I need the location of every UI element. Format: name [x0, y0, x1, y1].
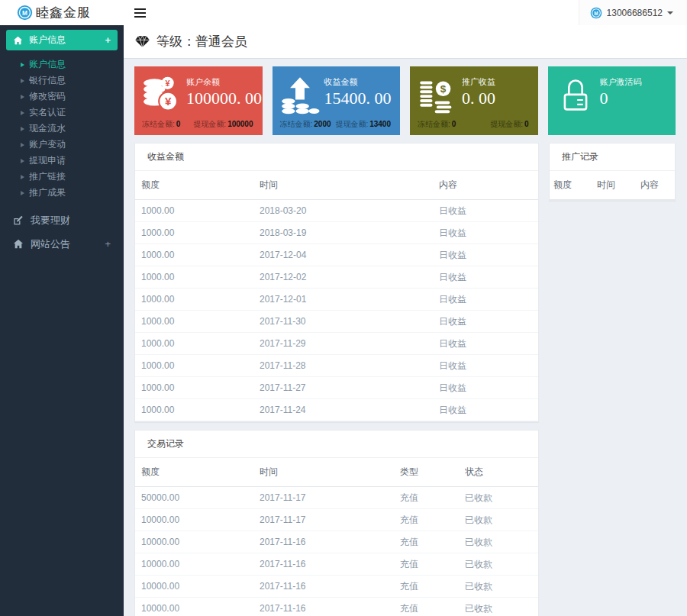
- sidebar-toggle-button[interactable]: [128, 0, 151, 25]
- table-cell: 2017-11-30: [253, 311, 433, 333]
- table-cell: 2017-11-27: [253, 377, 433, 399]
- table-cell: 充值: [394, 553, 459, 576]
- card-title: 收益金额: [324, 76, 392, 88]
- sidebar-section-label: 我要理财: [31, 214, 70, 227]
- diamond-icon: [134, 35, 150, 48]
- activation-code-card: 账户激活码 0: [548, 66, 676, 135]
- svg-text:¥: ¥: [166, 79, 170, 88]
- withdraw-label: 提现金额:: [335, 120, 368, 128]
- user-avatar-icon: M: [590, 7, 602, 19]
- table-row: 1000.002017-11-27日收益: [135, 377, 538, 399]
- table-cell: 已收款: [459, 509, 538, 531]
- income-panel: 收益金额 额度 时间 内容 1000.002018-03-20日收益1000.0…: [134, 143, 539, 422]
- column-header: 时间: [253, 171, 433, 200]
- table-cell: 充值: [394, 598, 459, 616]
- frozen-label: 冻结金额:: [280, 120, 313, 128]
- sidebar-section-label: 网站公告: [31, 237, 70, 251]
- frozen-label: 冻结金额:: [142, 120, 175, 128]
- table-cell: 充值: [394, 576, 459, 598]
- table-row: 1000.002018-03-20日收益: [135, 200, 538, 222]
- table-cell: 2017-11-17: [253, 487, 394, 509]
- table-cell: 日收益: [433, 200, 538, 222]
- main-content: 等级：普通会员 ¥ ¥: [124, 25, 687, 616]
- svg-text:$: $: [440, 83, 447, 95]
- sidebar-item-withdraw-request[interactable]: 提现申请: [0, 153, 124, 169]
- table-row: 10000.002017-11-16充值已收款: [135, 553, 538, 576]
- frozen-label: 冻结金额:: [418, 120, 450, 128]
- user-menu[interactable]: M 13006686512: [579, 0, 687, 25]
- svg-text:¥: ¥: [165, 95, 172, 108]
- income-table: 额度 时间 内容 1000.002018-03-20日收益1000.002018…: [135, 171, 538, 421]
- table-cell: 2017-12-02: [253, 266, 433, 289]
- plus-icon: +: [105, 34, 111, 46]
- table-cell: 日收益: [433, 377, 538, 399]
- column-header: 状态: [459, 458, 538, 487]
- table-cell: 已收款: [459, 531, 538, 553]
- frozen-value: 2000: [314, 120, 331, 128]
- table-row: 1000.002017-11-29日收益: [135, 333, 538, 355]
- table-cell: 2017-11-16: [253, 531, 394, 553]
- sidebar-item-change-password[interactable]: 修改密码: [0, 89, 124, 105]
- logo-link[interactable]: M 睦鑫金服: [0, 0, 124, 25]
- svg-text:M: M: [594, 10, 598, 15]
- table-cell: 1000.00: [135, 289, 253, 311]
- table-cell: 50000.00: [135, 487, 253, 509]
- sidebar-item-cash-flow[interactable]: 现金流水: [0, 121, 124, 137]
- table-row: 10000.002017-11-16充值已收款: [135, 598, 538, 616]
- table-cell: 1000.00: [135, 355, 253, 377]
- sidebar-item-account-info[interactable]: 账户信息: [0, 56, 124, 73]
- table-cell: 充值: [394, 487, 459, 509]
- sidebar-section-invest[interactable]: 我要理财: [0, 210, 124, 231]
- hamburger-icon: [134, 8, 146, 10]
- column-header: 额度: [135, 458, 253, 487]
- card-value: 15400. 00: [324, 89, 392, 108]
- column-header: 额度: [135, 171, 253, 200]
- table-row: 50000.002017-11-17充值已收款: [135, 487, 538, 509]
- withdraw-label: 提现金额:: [193, 120, 226, 128]
- column-header: 内容: [637, 171, 675, 200]
- table-cell: 日收益: [433, 399, 538, 421]
- promo-records-table: 额度 时间 内容: [550, 171, 675, 200]
- frozen-value: 0: [176, 120, 181, 128]
- promo-income-card: $ 推广收益 0. 00 冻结金额:0 提现金额:0: [410, 66, 538, 135]
- card-value: 100000. 00: [186, 89, 256, 108]
- table-cell: 已收款: [459, 487, 538, 509]
- edit-icon: [13, 215, 24, 225]
- table-cell: 已收款: [459, 576, 538, 598]
- card-title: 账户余额: [186, 76, 256, 88]
- panel-title: 推广记录: [550, 144, 675, 171]
- table-cell: 10000.00: [135, 531, 253, 553]
- sidebar-item-real-name-auth[interactable]: 实名认证: [0, 105, 124, 121]
- panel-title: 交易记录: [135, 431, 538, 458]
- transactions-panel: 交易记录 额度 时间 类型 状态 50000.002017-11-17充值已收款…: [134, 430, 539, 616]
- sidebar-item-promo-link[interactable]: 推广链接: [0, 169, 124, 185]
- table-cell: 2017-12-01: [253, 289, 433, 311]
- sidebar-item-promo-results[interactable]: 推广成果: [0, 185, 124, 201]
- brand-logo-icon: M: [17, 5, 33, 21]
- table-cell: 2018-03-19: [253, 222, 433, 244]
- column-header: 类型: [394, 458, 459, 487]
- table-cell: 2017-11-16: [253, 576, 394, 598]
- income-card: 收益金额 15400. 00 冻结金额:2000 提现金额:13400: [273, 66, 401, 135]
- promo-records-panel: 推广记录 额度 时间 内容: [549, 143, 676, 201]
- coins-yen-icon: ¥ ¥: [142, 76, 182, 115]
- column-header: 额度: [550, 171, 593, 200]
- table-cell: 日收益: [433, 222, 538, 244]
- table-cell: 2017-11-29: [253, 333, 433, 355]
- table-row: 1000.002017-11-28日收益: [135, 355, 538, 377]
- table-cell: 充值: [394, 509, 459, 531]
- sidebar-item-bank-info[interactable]: 银行信息: [0, 73, 124, 89]
- sidebar-section-announcements[interactable]: 网站公告 +: [0, 234, 124, 254]
- column-header: 内容: [433, 171, 538, 200]
- table-cell: 10000.00: [135, 598, 253, 616]
- card-value: 0: [600, 89, 642, 108]
- table-row: 1000.002018-03-19日收益: [135, 222, 538, 244]
- page-header: 等级：普通会员: [124, 25, 687, 59]
- table-cell: 2017-11-24: [253, 399, 433, 421]
- sidebar-section-account-info[interactable]: 账户信息 +: [6, 30, 118, 50]
- chevron-down-icon: [667, 11, 673, 15]
- sidebar-item-account-changes[interactable]: 账户变动: [0, 137, 124, 153]
- user-phone: 13006686512: [607, 8, 663, 18]
- table-cell: 1000.00: [135, 333, 253, 355]
- table-cell: 2017-11-17: [253, 509, 394, 531]
